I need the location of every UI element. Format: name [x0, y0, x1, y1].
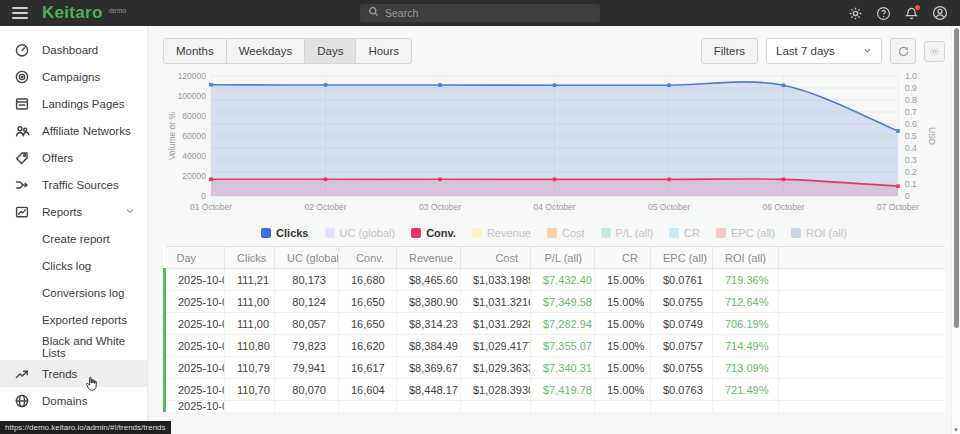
table-cell: $8,380.90	[397, 291, 461, 313]
trends-chart[interactable]: 02000040000600008000010000012000000.10.2…	[163, 68, 945, 220]
legend-swatch	[601, 228, 611, 238]
sidebar-item-create-report[interactable]: Create report	[0, 225, 147, 252]
column-header-clicks[interactable]: Clicks	[225, 247, 275, 269]
legend-item-cost[interactable]: Cost	[547, 227, 585, 239]
table-cell: 2025-10-04	[165, 335, 225, 357]
legend-item-conv-[interactable]: Conv.	[411, 227, 456, 239]
sidebar-item-exported-reports[interactable]: Exported reports	[0, 306, 147, 333]
svg-text:07 October: 07 October	[877, 202, 919, 212]
sidebar-item-label: Landings Pages	[42, 98, 124, 110]
svg-text:0.6: 0.6	[905, 119, 917, 129]
date-range-select[interactable]: Last 7 days	[766, 38, 882, 64]
global-search[interactable]	[360, 4, 600, 22]
report-settings-button[interactable]	[924, 41, 945, 62]
table-row[interactable]: 2025-10-03111,0080,05716,650$8,314.23$1,…	[165, 313, 946, 335]
table-cell	[339, 401, 397, 413]
table-cell: 111,00	[225, 291, 275, 313]
table-cell: $7,355.07	[531, 335, 595, 357]
column-header-cr[interactable]: CR	[595, 247, 651, 269]
table-cell: $1,028.3930	[461, 379, 531, 401]
table-row[interactable]: 2025-10-06110,7080,07016,604$8,448.17$1,…	[165, 379, 946, 401]
sidebar-item-conversions-log[interactable]: Conversions log	[0, 279, 147, 306]
sidebar-item-domains[interactable]: Domains	[0, 387, 147, 414]
tab-months[interactable]: Months	[163, 38, 227, 64]
sidebar-item-dashboard[interactable]: Dashboard	[0, 36, 147, 63]
filters-button[interactable]: Filters	[701, 38, 758, 64]
column-header-epc-all-[interactable]: EPC (all)	[651, 247, 713, 269]
legend-label: CR	[684, 227, 700, 239]
sidebar-item-label: Domains	[42, 395, 87, 407]
table-row[interactable]: 2025-10-02111,0080,12416,650$8,380.90$1,…	[165, 291, 946, 313]
sidebar-item-trends[interactable]: Trends	[0, 360, 147, 387]
table-cell: 2025-10-01	[165, 269, 225, 291]
sidebar-item-landings-pages[interactable]: Landings Pages	[0, 90, 147, 117]
account-icon[interactable]	[931, 5, 948, 22]
svg-text:20000: 20000	[182, 171, 206, 181]
legend-item-revenue[interactable]: Revenue	[472, 227, 531, 239]
legend-item-epc-all-[interactable]: EPC (all)	[716, 227, 775, 239]
tab-days[interactable]: Days	[304, 38, 356, 64]
legend-label: Cost	[562, 227, 585, 239]
legend-swatch	[791, 228, 801, 238]
vertical-scrollbar[interactable]: ▼	[951, 26, 960, 434]
column-header-conv-[interactable]: Conv.	[339, 247, 397, 269]
table-cell: 80,173	[275, 269, 339, 291]
table-row[interactable]: 2025-10-04110,8079,82316,620$8,384.49$1,…	[165, 335, 946, 357]
legend-item-uc-global-[interactable]: UC (global)	[325, 227, 396, 239]
sidebar-item-label: Campaigns	[42, 71, 100, 83]
column-header-p-l-all-[interactable]: P/L (all)	[531, 247, 595, 269]
traffic-icon	[14, 177, 30, 193]
legend-item-roi-all-[interactable]: ROI (all)	[791, 227, 847, 239]
landings-icon	[14, 96, 30, 112]
table-header-row: DayClicksUC (global)Conv.RevenueCostP/L …	[165, 247, 946, 269]
tab-hours[interactable]: Hours	[355, 38, 412, 64]
table-row[interactable]: 2025-10-01111,2180,17316,680$8,465.60$1,…	[165, 269, 946, 291]
table-cell: 15.00%	[595, 379, 651, 401]
svg-text:100000: 100000	[178, 91, 207, 101]
table-cell: 16,650	[339, 313, 397, 335]
table-cell: 2025-10-07	[165, 401, 225, 413]
column-header-cost[interactable]: Cost	[461, 247, 531, 269]
chevron-down-icon	[125, 206, 135, 218]
offers-icon	[14, 150, 30, 166]
app-logo[interactable]: Keitaro	[42, 3, 103, 23]
settings-icon[interactable]	[847, 5, 864, 22]
table-cell: 719.36%	[713, 269, 779, 291]
sidebar-item-black-and-white-lists[interactable]: Black and White Lists	[0, 333, 147, 360]
table-cell: $0.0763	[651, 379, 713, 401]
scroll-down-icon[interactable]: ▼	[953, 427, 959, 433]
svg-text:0.4: 0.4	[905, 143, 917, 153]
table-cell: 79,941	[275, 357, 339, 379]
table-cell: $7,282.94	[531, 313, 595, 335]
column-header-day[interactable]: Day	[165, 247, 225, 269]
sidebar-item-offers[interactable]: Offers	[0, 144, 147, 171]
svg-text:0: 0	[201, 191, 206, 201]
sidebar-item-traffic-sources[interactable]: Traffic Sources	[0, 171, 147, 198]
table-row[interactable]: 2025-10-07	[165, 401, 946, 413]
column-header-uc-global-[interactable]: UC (global)	[275, 247, 339, 269]
table-row[interactable]: 2025-10-05110,7979,94116,617$8,369.67$1,…	[165, 357, 946, 379]
table-cell: $8,448.17	[397, 379, 461, 401]
table-cell: $8,369.67	[397, 357, 461, 379]
sidebar-item-reports[interactable]: Reports	[0, 198, 147, 225]
search-input[interactable]	[385, 7, 592, 19]
help-icon[interactable]	[875, 5, 892, 22]
legend-item-clicks[interactable]: Clicks	[261, 227, 308, 239]
table-cell: $8,465.60	[397, 269, 461, 291]
sidebar-item-label: Black and White Lists	[42, 335, 147, 359]
sidebar-item-clicks-log[interactable]: Clicks log	[0, 252, 147, 279]
chevron-down-icon	[863, 45, 872, 57]
sidebar-item-campaigns[interactable]: Campaigns	[0, 63, 147, 90]
scrollbar-thumb[interactable]	[954, 28, 959, 328]
notifications-icon[interactable]	[903, 5, 920, 22]
menu-toggle-icon[interactable]	[12, 7, 28, 19]
legend-item-p-l-all-[interactable]: P/L (all)	[601, 227, 654, 239]
column-header-roi-all-[interactable]: ROI (all)	[713, 247, 779, 269]
tab-weekdays[interactable]: Weekdays	[226, 38, 305, 64]
table-cell: $7,432.40	[531, 269, 595, 291]
legend-item-cr[interactable]: CR	[669, 227, 700, 239]
legend-label: ROI (all)	[806, 227, 847, 239]
column-header-revenue[interactable]: Revenue	[397, 247, 461, 269]
sidebar-item-affiliate-networks[interactable]: Affiliate Networks	[0, 117, 147, 144]
refresh-button[interactable]	[890, 38, 916, 64]
